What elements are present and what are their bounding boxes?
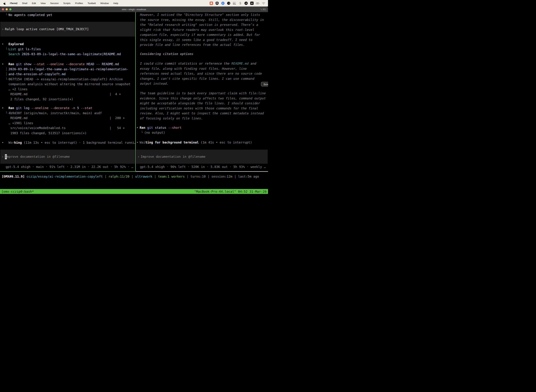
model-status-left: gpt-5.4 xhigh · main · 91% left · 2.31M … bbox=[0, 164, 135, 169]
model-status-right: gpt-5.4 xhigh · 96% left · 520K in · 5.8… bbox=[136, 164, 268, 169]
git-status-command: Ran git status --short bbox=[140, 126, 182, 129]
git-status-block: •Ran git status --short bbox=[136, 125, 268, 130]
input-source-icon[interactable]: A bbox=[250, 2, 254, 5]
git-show-command: Ran git show --stat --oneline --decorate… bbox=[9, 62, 119, 66]
screen: iTerm2 Shell Edit View Session Scripts P… bbox=[0, 0, 268, 196]
agents-note-block: └No agents completed yet bbox=[0, 13, 135, 18]
menu-item-window[interactable]: Window bbox=[100, 2, 109, 5]
explored-title: Explored bbox=[9, 42, 24, 46]
squiggle-icon[interactable]: § bbox=[239, 2, 242, 5]
right-pane-border bbox=[136, 171, 268, 172]
apple-menu-icon[interactable] bbox=[4, 2, 6, 5]
reasoning-heading: Considering citation options bbox=[136, 51, 268, 56]
wifi-icon[interactable] bbox=[262, 2, 265, 5]
menu-item-edit[interactable]: Edit bbox=[32, 2, 36, 5]
menu-item-view[interactable]: View bbox=[41, 2, 46, 5]
window-shortcut: ⌥⌘1 bbox=[260, 8, 266, 11]
menu-item-profiles[interactable]: Profiles bbox=[75, 2, 83, 5]
screen-tooltip[interactable]: Scre bbox=[261, 82, 268, 86]
reasoning-paragraph-3: The team guideline is to back every impo… bbox=[136, 91, 268, 121]
terminal: └No agents completed yet ›Ralph loop act… bbox=[0, 12, 268, 196]
prompt-input-right[interactable]: ›Improve documentation in @filename bbox=[136, 150, 268, 164]
git-log-command: Ran git log --oneline --decorate -n 5 --… bbox=[9, 106, 92, 110]
text-cursor: I bbox=[5, 154, 7, 159]
tmux-host-clock: "MacBook-Pro-44.local" 04:52 31-Mar-26 bbox=[194, 190, 267, 193]
agents-note: No agents completed yet bbox=[9, 13, 52, 17]
window-title-bar[interactable]: omx --xhigh --madmax ⌥⌘1 bbox=[0, 6, 268, 12]
right-pane[interactable]: However, I noticed the "Directory Struct… bbox=[136, 12, 268, 171]
kaleidoscope-icon[interactable] bbox=[227, 2, 230, 5]
bolt-hexagon-icon[interactable] bbox=[221, 2, 225, 5]
left-pane-border bbox=[0, 171, 135, 172]
working-status-block: •Working (11m 13s • esc to interrupt) · … bbox=[0, 140, 135, 145]
menu-item-iterm2[interactable]: iTerm2 bbox=[10, 2, 17, 5]
window-title: omx --xhigh --madmax bbox=[0, 8, 268, 11]
explored-list-line: List git ls-files bbox=[9, 47, 41, 51]
reasoning-heading-block: Considering citation options bbox=[136, 51, 268, 56]
explored-block: •Explored └List git ls-files Search 2026… bbox=[0, 42, 135, 57]
prompt-input-left[interactable]: ›Improve documentation in @filename bbox=[0, 150, 135, 164]
battery-charging-icon[interactable] bbox=[256, 2, 259, 5]
left-pane[interactable]: └No agents completed yet ›Ralph loop act… bbox=[0, 12, 135, 171]
omx-status-line: [OMX#0.11.9] cczip/essay/ai-reimplementa… bbox=[0, 174, 268, 179]
no-output-block: └(no output) bbox=[136, 130, 268, 135]
chat-icon[interactable] bbox=[210, 2, 213, 5]
tmux-session-name[interactable]: [omx-cczip0:bash* bbox=[1, 190, 34, 193]
git-show-block: •Ran git show --stat --oneline --decorat… bbox=[0, 62, 135, 102]
menu-bar: iTerm2 Shell Edit View Session Scripts P… bbox=[0, 0, 268, 6]
waiting-status: Waiting for background terminal (1m 41s … bbox=[140, 140, 252, 144]
menu-item-shell[interactable]: Shell bbox=[22, 2, 27, 5]
tmux-status-bar: [omx-cczip0:bash* "MacBook-Pro-44.local"… bbox=[0, 189, 268, 194]
badge-61-icon[interactable]: ..61 bbox=[244, 2, 248, 5]
menu-item-session[interactable]: Session bbox=[50, 2, 59, 5]
menu-item-toolbelt[interactable]: Toolbelt bbox=[88, 2, 96, 5]
git-log-block: •Ran git log --oneline --decorate -n 5 -… bbox=[0, 106, 135, 135]
no-output-text: (no output) bbox=[144, 131, 165, 134]
model-status-right-block: gpt-5.4 xhigh · 96% left · 520K in · 5.8… bbox=[136, 164, 268, 169]
shield-grid-icon[interactable] bbox=[215, 2, 219, 5]
waiting-status-block: •Waiting for background terminal (1m 41s… bbox=[136, 140, 268, 145]
menu-item-scripts[interactable]: Scripts bbox=[63, 2, 71, 5]
menubar-status-icons: § ..61 A bbox=[210, 2, 268, 5]
ralph-loop-text: Ralph loop active continue [OMX_TMUX_INJ… bbox=[5, 27, 89, 31]
explored-search-line: Search 2026-03-09-is-legal-the-same-as-l… bbox=[9, 52, 121, 56]
working-status: Working (11m 13s • esc to interrupt) · 1… bbox=[9, 141, 135, 144]
reasoning-paragraph-2: I could cite commit statistics or refere… bbox=[136, 61, 268, 86]
menu-item-help[interactable]: Help bbox=[113, 2, 118, 5]
ralph-loop-banner: ›Ralph loop active continue [OMX_TMUX_IN… bbox=[0, 22, 135, 37]
model-status-left-block: gpt-5.4 xhigh · main · 91% left · 2.31M … bbox=[0, 164, 135, 169]
reasoning-paragraph-1: However, I noticed the "Directory Struct… bbox=[136, 12, 268, 47]
app-grid-icon[interactable] bbox=[233, 2, 236, 5]
